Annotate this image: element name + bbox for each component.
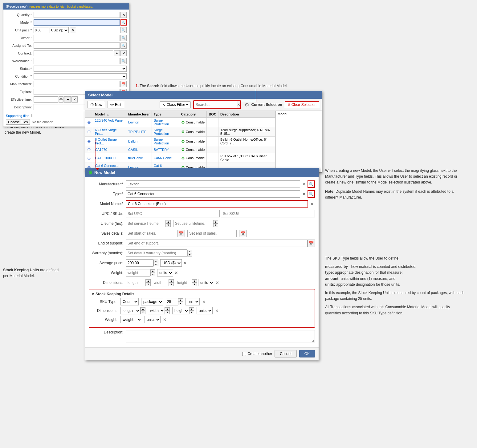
quantity-x-btn[interactable]: ✕ — [120, 12, 127, 18]
end-of-sales-input[interactable] — [187, 230, 237, 237]
sku-height-up[interactable]: ▲ — [189, 307, 194, 311]
sku-amount-input[interactable] — [166, 298, 178, 305]
row-add-icon[interactable]: ⊕ — [85, 137, 93, 146]
sku-height-down[interactable]: ▼ — [189, 311, 194, 314]
contract-x-btn[interactable]: ✕ — [120, 50, 127, 56]
sku-width-select[interactable]: width — [148, 307, 165, 314]
sku-length-select[interactable]: length — [120, 307, 141, 314]
warranty-up[interactable]: ▲ — [187, 250, 192, 253]
weight-up[interactable]: ▲ — [150, 269, 155, 273]
price-down[interactable]: ▼ — [153, 263, 158, 266]
eff-time-down[interactable]: ▼ — [59, 99, 63, 103]
effective-time-input[interactable] — [34, 96, 58, 103]
choose-files-btn[interactable]: Choose Files — [6, 119, 30, 125]
assigned-search-btn[interactable]: 🔍 — [120, 42, 127, 49]
useful-lifetime-up[interactable]: ▲ — [213, 220, 218, 224]
eff-time-x-btn[interactable]: ✕ — [71, 96, 78, 103]
sku-measured-by-select[interactable]: Count — [120, 298, 139, 305]
sku-weight-units-select[interactable]: units — [145, 316, 161, 323]
sku-input[interactable] — [221, 210, 315, 217]
weight-units-select[interactable]: units — [157, 269, 173, 276]
sku-length-up[interactable]: ▲ — [141, 307, 145, 311]
cancel-button[interactable]: Cancel — [275, 350, 296, 357]
model-name-input[interactable] — [126, 200, 308, 208]
row-add-icon[interactable]: ⊕ — [85, 153, 93, 163]
type-search-btn[interactable]: 🔍 — [308, 190, 315, 198]
height-input[interactable] — [175, 279, 192, 286]
width-up[interactable]: ▲ — [169, 279, 174, 283]
manufacturer-search-btn[interactable]: 🔍 — [308, 180, 315, 188]
class-filter-button[interactable]: ↖ Class Filter ▾ — [160, 101, 191, 108]
service-lifetime-input[interactable] — [126, 220, 166, 227]
table-row[interactable]: ⊕ CA1270 CASIL BATTERY ♻ Consumable — [85, 146, 275, 153]
manufactured-input[interactable] — [34, 81, 120, 87]
search-clear-btn[interactable]: ✕ — [237, 103, 240, 107]
sku-package-select[interactable]: package — [141, 298, 163, 305]
status-select[interactable] — [34, 66, 127, 72]
warehouse-input[interactable] — [34, 58, 120, 64]
sku-dim-x-btn[interactable]: ✕ — [215, 308, 219, 313]
useful-lifetime-input[interactable] — [173, 220, 213, 227]
model-search-btn[interactable]: 🔍 — [120, 19, 127, 26]
sku-type-x-btn[interactable]: ✕ — [202, 299, 206, 304]
height-down[interactable]: ▼ — [192, 283, 197, 286]
sku-height-select[interactable]: height — [172, 307, 189, 314]
start-sales-cal-btn[interactable]: 📅 — [177, 230, 185, 237]
quantity-input[interactable] — [34, 12, 120, 18]
sku-amount-down[interactable]: ▼ — [178, 302, 183, 305]
table-row[interactable]: ⊕ CAT6 1000 FT trueCable Cat-6 Cable ♻ C… — [85, 153, 275, 163]
row-add-icon[interactable]: ⊕ — [85, 118, 93, 127]
width-input[interactable] — [152, 279, 169, 286]
end-of-support-input[interactable] — [126, 240, 308, 247]
currency-select[interactable]: USD ($) — [50, 27, 69, 33]
avg-price-x-btn[interactable]: ✕ — [183, 260, 187, 265]
supporting-files-info-btn[interactable]: ℹ — [31, 113, 33, 118]
type-clear-btn[interactable]: ✕ — [301, 190, 307, 198]
model-input[interactable] — [34, 19, 120, 26]
contract-add-btn[interactable]: + — [114, 50, 120, 56]
sku-width-down[interactable]: ▼ — [165, 311, 170, 314]
edit-button[interactable]: ✏ Edit — [108, 101, 124, 108]
height-up[interactable]: ▲ — [192, 279, 197, 283]
table-row[interactable]: ⊕ 120/240 Volt Panel ... Leviton Surge P… — [85, 118, 275, 127]
price-up[interactable]: ▲ — [153, 260, 158, 263]
sku-length-down[interactable]: ▼ — [141, 311, 145, 314]
ok-button[interactable]: OK — [299, 350, 315, 357]
unit-price-search-btn[interactable]: 🔍 — [120, 27, 127, 33]
eff-time-select[interactable] — [64, 96, 71, 103]
create-another-checkbox[interactable] — [242, 352, 246, 356]
sku-width-up[interactable]: ▲ — [165, 307, 170, 311]
weight-x-btn[interactable]: ✕ — [174, 270, 178, 275]
gear-button[interactable]: ⚙ — [245, 102, 249, 108]
width-down[interactable]: ▼ — [169, 283, 174, 286]
weight-input[interactable] — [126, 269, 150, 276]
upc-input[interactable] — [126, 210, 220, 217]
dim-x-btn[interactable]: ✕ — [215, 280, 219, 285]
service-lifetime-up[interactable]: ▲ — [166, 220, 171, 224]
assigned-to-input[interactable] — [34, 42, 120, 49]
weight-down[interactable]: ▼ — [150, 273, 155, 276]
condition-select[interactable] — [34, 73, 127, 79]
end-sales-cal-btn[interactable]: 📅 — [239, 230, 247, 237]
sku-amount-up[interactable]: ▲ — [178, 298, 183, 302]
sku-weight-x-btn[interactable]: ✕ — [163, 317, 167, 322]
table-row[interactable]: ⊕ 6 Outlet Surge Prot... Belkin Surge Pr… — [85, 137, 275, 146]
sku-unit-select[interactable]: unit — [186, 298, 200, 305]
service-lifetime-down[interactable]: ▼ — [166, 224, 171, 227]
start-of-sales-input[interactable] — [126, 230, 175, 237]
price-input[interactable] — [34, 27, 49, 33]
nm-description-input[interactable] — [126, 330, 315, 342]
new-button[interactable]: ⊕ New — [88, 101, 105, 108]
eff-time-up[interactable]: ▲ — [59, 96, 63, 99]
dim-units-select[interactable]: units — [198, 279, 214, 286]
search-input[interactable] — [194, 101, 237, 108]
sku-weight-select[interactable]: weight — [120, 316, 142, 323]
length-input[interactable] — [126, 279, 146, 286]
manufactured-cal-btn[interactable]: 📅 — [120, 81, 127, 87]
price-x-btn[interactable]: ✕ — [70, 27, 76, 33]
row-add-icon[interactable]: ⊕ — [85, 127, 93, 137]
table-row[interactable]: ⊕ 6 Outlet Surge Pro... TRIPP-LITE Surge… — [85, 127, 275, 137]
contract-input[interactable] — [34, 50, 113, 56]
length-up[interactable]: ▲ — [146, 279, 151, 283]
owner-input[interactable] — [34, 35, 120, 41]
